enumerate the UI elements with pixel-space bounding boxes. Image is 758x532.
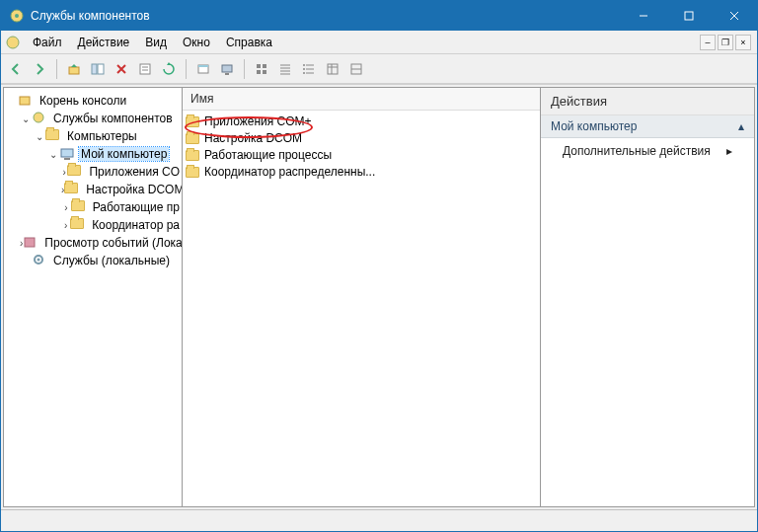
back-button[interactable] bbox=[5, 58, 27, 80]
svg-rect-36 bbox=[20, 97, 30, 105]
collapse-icon[interactable]: ⌄ bbox=[47, 149, 59, 160]
show-hide-tree-button[interactable] bbox=[87, 58, 109, 80]
menu-window[interactable]: Окно bbox=[175, 33, 218, 52]
svg-rect-31 bbox=[328, 64, 338, 74]
menubar: Файл Действие Вид Окно Справка – ❐ × bbox=[1, 31, 757, 54]
window-controls bbox=[621, 1, 757, 31]
folder-icon bbox=[71, 199, 87, 215]
mdi-close-button[interactable]: × bbox=[735, 35, 751, 50]
action-more[interactable]: Дополнительные действия ▸ bbox=[541, 138, 754, 164]
properties-button[interactable] bbox=[134, 58, 156, 80]
svg-point-30 bbox=[303, 72, 305, 74]
action-more-label: Дополнительные действия bbox=[563, 144, 711, 158]
tree-services-local[interactable]: Службы (локальные) bbox=[4, 252, 182, 269]
actions-group-header[interactable]: Мой компьютер ▴ bbox=[541, 115, 754, 138]
folder-icon bbox=[70, 217, 86, 233]
tree-running-proc[interactable]: › Работающие пр bbox=[4, 198, 182, 216]
svg-point-1 bbox=[15, 14, 19, 18]
doc-icon bbox=[5, 33, 21, 52]
folder-icon bbox=[185, 132, 200, 143]
expand-icon[interactable]: › bbox=[61, 202, 71, 213]
maximize-button[interactable] bbox=[666, 1, 712, 31]
svg-rect-17 bbox=[257, 64, 261, 68]
folder-icon bbox=[185, 149, 200, 160]
svg-rect-16 bbox=[225, 73, 229, 75]
tree-event-viewer[interactable]: › Просмотр событий (Локал bbox=[4, 234, 182, 252]
svg-rect-14 bbox=[198, 65, 208, 67]
tree-root[interactable]: Корень консоли bbox=[4, 92, 182, 110]
view-toggle-2[interactable] bbox=[274, 58, 296, 80]
collapse-icon[interactable]: ⌄ bbox=[34, 131, 45, 142]
svg-point-6 bbox=[7, 37, 19, 48]
list-item-running-proc[interactable]: Работающие процессы bbox=[183, 146, 540, 163]
app-icon bbox=[9, 8, 25, 24]
svg-rect-3 bbox=[685, 12, 693, 20]
view-toggle-4[interactable] bbox=[322, 58, 343, 80]
svg-rect-7 bbox=[69, 67, 79, 74]
svg-rect-39 bbox=[64, 158, 70, 160]
svg-rect-15 bbox=[222, 65, 232, 72]
forward-button[interactable] bbox=[29, 58, 50, 80]
tree-dcom-config[interactable]: › Настройка DCOM bbox=[4, 181, 182, 198]
svg-rect-40 bbox=[25, 238, 35, 247]
refresh-button[interactable] bbox=[158, 58, 180, 80]
svg-rect-18 bbox=[263, 64, 266, 68]
mdi-restore-button[interactable]: ❐ bbox=[718, 35, 733, 50]
menu-view[interactable]: Вид bbox=[137, 33, 175, 52]
list-item-com-apps[interactable]: Приложения COM+ bbox=[183, 113, 540, 129]
svg-point-29 bbox=[303, 68, 305, 70]
view-toggle-1[interactable] bbox=[251, 58, 272, 80]
svg-rect-8 bbox=[92, 64, 97, 74]
statusbar bbox=[1, 509, 757, 531]
svg-point-28 bbox=[303, 64, 305, 66]
close-button[interactable] bbox=[712, 1, 757, 31]
mdi-controls: – ❐ × bbox=[700, 35, 753, 50]
svg-point-42 bbox=[38, 259, 40, 262]
folder-icon bbox=[185, 166, 200, 177]
computer-button[interactable] bbox=[216, 58, 238, 80]
list-item-label: Приложения COM+ bbox=[204, 114, 312, 128]
tree-my-computer[interactable]: ⌄ Мой компьютер bbox=[4, 145, 182, 163]
collapse-icon[interactable]: ⌄ bbox=[20, 114, 32, 124]
titlebar: Службы компонентов bbox=[1, 1, 757, 31]
expand-icon[interactable]: › bbox=[61, 220, 70, 231]
folder-icon bbox=[67, 164, 83, 180]
svg-rect-19 bbox=[257, 70, 261, 74]
event-viewer-icon bbox=[23, 235, 38, 251]
list-item-dist-coord[interactable]: Координатор распределенны... bbox=[183, 163, 540, 180]
tree: Корень консоли ⌄ Службы компонентов ⌄ Ко… bbox=[4, 88, 182, 273]
folder-icon bbox=[64, 182, 80, 197]
view-toggle-3[interactable] bbox=[298, 58, 320, 80]
svg-rect-9 bbox=[98, 64, 104, 74]
tree-component-services[interactable]: ⌄ Службы компонентов bbox=[4, 110, 182, 127]
tree-com-apps[interactable]: › Приложения CO bbox=[4, 163, 182, 181]
menu-file[interactable]: Файл bbox=[25, 33, 70, 52]
up-button[interactable] bbox=[63, 58, 85, 80]
tree-computers[interactable]: ⌄ Компьютеры bbox=[4, 127, 182, 145]
collapse-icon: ▴ bbox=[738, 119, 744, 133]
actions-group-label: Мой компьютер bbox=[551, 119, 637, 133]
svg-rect-10 bbox=[140, 64, 150, 74]
minimize-button[interactable] bbox=[621, 1, 666, 31]
mdi-minimize-button[interactable]: – bbox=[700, 35, 716, 50]
menu-action[interactable]: Действие bbox=[70, 33, 138, 52]
actions-panel: Действия Мой компьютер ▴ Дополнительные … bbox=[540, 87, 755, 507]
folder-icon bbox=[45, 128, 61, 144]
actions-title: Действия bbox=[541, 88, 754, 115]
view-toggle-5[interactable] bbox=[345, 58, 367, 80]
tree-dist-coord[interactable]: › Координатор ра bbox=[4, 216, 182, 234]
services-icon bbox=[32, 111, 47, 126]
svg-point-37 bbox=[34, 113, 43, 122]
gear-icon bbox=[32, 253, 47, 268]
chevron-right-icon: ▸ bbox=[726, 144, 732, 158]
content-panel: Имя Приложения COM+ Настройка DCOM Работ… bbox=[182, 87, 541, 507]
workarea: Корень консоли ⌄ Службы компонентов ⌄ Ко… bbox=[1, 84, 757, 509]
list-item-label: Работающие процессы bbox=[204, 148, 332, 162]
list-item-dcom-config[interactable]: Настройка DCOM bbox=[183, 129, 540, 146]
delete-button[interactable] bbox=[111, 58, 132, 80]
new-window-button[interactable] bbox=[192, 58, 214, 80]
content-header[interactable]: Имя bbox=[183, 88, 540, 111]
menu-help[interactable]: Справка bbox=[218, 33, 280, 52]
content-list: Приложения COM+ Настройка DCOM Работающи… bbox=[183, 111, 540, 182]
svg-rect-38 bbox=[61, 149, 73, 157]
